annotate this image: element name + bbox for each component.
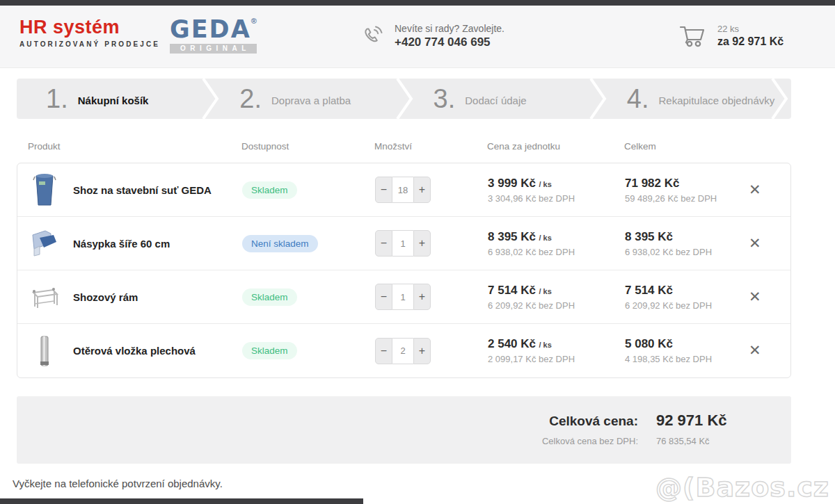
total-price-value: 92 971 Kč — [656, 412, 738, 430]
bottom-dark-strip — [0, 498, 363, 504]
step-nakupni-kosik[interactable]: 1. Nákupní košík — [17, 79, 210, 119]
remove-item-icon[interactable]: ✕ — [749, 290, 761, 304]
cart-table: Produkt Dostupnost Množství Cena za jedn… — [17, 141, 791, 378]
step-dodaci-udaje[interactable]: 3. Dodací údaje — [404, 79, 598, 119]
row-total: 7 514 Kč — [625, 284, 749, 298]
phone-help-text: Nevíte si rady? Zavolejte. — [395, 23, 504, 34]
row-total-novat: 4 198,35 Kč bez DPH — [625, 354, 749, 364]
row-total-novat: 6 209,92 Kč bez DPH — [625, 300, 749, 311]
increase-quantity-button[interactable]: + — [413, 177, 431, 203]
chevron-right-icon — [589, 79, 607, 119]
increase-quantity-button[interactable]: + — [413, 284, 431, 310]
phone-icon — [360, 24, 385, 49]
total-price-cell: 7 514 Kč 6 209,92 Kč bez DPH — [625, 284, 749, 311]
chevron-right-icon — [395, 79, 413, 119]
chevron-right-icon — [201, 79, 219, 119]
product-image-vlozka — [29, 332, 61, 371]
decrease-quantity-button[interactable]: − — [375, 284, 392, 310]
unit-price-cell: 8 395 Kč / ks 6 938,02 Kč bez DPH — [488, 230, 625, 257]
step-number: 1. — [46, 79, 68, 119]
quantity-input[interactable] — [392, 230, 413, 257]
status-badge: Skladem — [242, 181, 297, 199]
column-header-produkt: Produkt — [28, 141, 241, 152]
unit-price-novat: 6 938,02 Kč bez DPH — [488, 247, 625, 257]
step-label: Dodací údaje — [465, 95, 526, 106]
step-number: 3. — [434, 79, 456, 119]
availability-cell: Není skladem — [242, 235, 375, 252]
product-name[interactable]: Shoz na stavební suť GEDA — [73, 184, 212, 196]
logo-subtitle: AUTORIZOVANÝ PRODEJCE — [19, 40, 160, 48]
phone-contact: Nevíte si rady? Zavolejte. +420 774 046 … — [360, 23, 504, 49]
quantity-cell: − + — [375, 177, 488, 203]
row-total: 71 982 Kč — [625, 177, 749, 190]
step-label: Rekapitulace objednávky — [658, 95, 774, 106]
checkout-steps-bar: 1. Nákupní košík 2. Doprava a platba 3. … — [17, 79, 791, 119]
cart-total-price: za 92 971 Kč — [717, 35, 784, 48]
remove-cell: ✕ — [749, 290, 790, 304]
top-dark-strip — [0, 0, 835, 6]
remove-item-icon[interactable]: ✕ — [749, 236, 761, 251]
product-name[interactable]: Shozový rám — [73, 291, 138, 303]
decrease-quantity-button[interactable]: − — [375, 230, 392, 257]
product-name[interactable]: Násypka šíře 60 cm — [73, 238, 170, 250]
per-unit-suffix: / ks — [539, 341, 551, 349]
unit-price: 3 999 Kč — [488, 177, 536, 190]
original-banner: ORIGINAL — [170, 44, 257, 54]
quantity-input[interactable] — [392, 338, 413, 364]
site-logo[interactable]: HR systém AUTORIZOVANÝ PRODEJCE GEDA® OR… — [19, 17, 257, 54]
table-row: Shoz na stavební suť GEDA Skladem − + 3 … — [17, 163, 790, 217]
unit-price-cell: 3 999 Kč / ks 3 304,96 Kč bez DPH — [488, 177, 625, 204]
step-rekapitulace-objednavky[interactable]: 4. Rekapitulace objednávky — [598, 79, 791, 119]
column-header-dostupnost: Dostupnost — [241, 141, 374, 152]
availability-cell: Skladem — [242, 181, 375, 199]
quantity-input[interactable] — [392, 284, 413, 310]
quantity-input[interactable] — [392, 177, 413, 203]
column-header-mnozstvi: Množství — [374, 141, 487, 152]
cart-table-header: Produkt Dostupnost Množství Cena za jedn… — [17, 141, 791, 152]
product-name[interactable]: Otěrová vložka plechová — [73, 345, 196, 357]
phone-text-block: Nevíte si rady? Zavolejte. +420 774 046 … — [395, 23, 504, 49]
cart-icon — [678, 22, 708, 49]
phone-number: +420 774 046 695 — [395, 35, 504, 49]
decrease-quantity-button[interactable]: − — [375, 338, 392, 364]
unit-price-cell: 7 514 Kč / ks 6 209,92 Kč bez DPH — [488, 284, 625, 311]
step-number: 4. — [627, 79, 649, 119]
per-unit-suffix: / ks — [539, 234, 551, 242]
row-total-novat: 6 938,02 Kč bez DPH — [625, 247, 749, 257]
unit-price: 7 514 Kč — [488, 284, 536, 297]
table-row: Násypka šíře 60 cm Není skladem − + 8 39… — [17, 217, 790, 270]
cart-widget[interactable]: 22 ks za 92 971 Kč — [678, 22, 784, 49]
unit-price-novat: 2 099,17 Kč bez DPH — [488, 354, 625, 364]
product-cell: Násypka šíře 60 cm — [29, 224, 242, 263]
logo-brand-block: GEDA® ORIGINAL — [170, 17, 257, 54]
cart-item-count: 22 ks — [717, 24, 784, 34]
row-total: 8 395 Kč — [625, 230, 749, 244]
geda-brand-text: GEDA — [170, 15, 251, 43]
product-image-shoz — [29, 170, 61, 209]
decrease-quantity-button[interactable]: − — [375, 177, 392, 203]
total-novat-label: Celková cena bez DPH: — [542, 436, 638, 446]
cart-text-block: 22 ks za 92 971 Kč — [717, 24, 784, 48]
total-novat-value: 76 835,54 Kč — [656, 436, 738, 446]
product-cell: Shozový rám — [29, 277, 242, 316]
quantity-stepper: − + — [375, 230, 431, 257]
unit-price-cell: 2 540 Kč / ks 2 099,17 Kč bez DPH — [488, 337, 625, 364]
unit-price-novat: 6 209,92 Kč bez DPH — [488, 300, 625, 311]
row-total: 5 080 Kč — [625, 337, 749, 351]
remove-item-icon[interactable]: ✕ — [749, 183, 761, 197]
step-doprava-a-platba[interactable]: 2. Doprava a platba — [210, 79, 404, 119]
product-image-ram — [29, 277, 61, 316]
quantity-cell: − + — [375, 230, 488, 257]
product-cell: Otěrová vložka plechová — [29, 332, 242, 371]
increase-quantity-button[interactable]: + — [413, 230, 431, 257]
availability-cell: Skladem — [242, 288, 375, 306]
remove-item-icon[interactable]: ✕ — [749, 343, 761, 358]
remove-cell: ✕ — [749, 343, 790, 358]
total-price-cell: 5 080 Kč 4 198,35 Kč bez DPH — [625, 337, 749, 364]
column-header-cena-za-jednotku: Cena za jednotku — [487, 141, 624, 152]
site-header: HR systém AUTORIZOVANÝ PRODEJCE GEDA® OR… — [0, 6, 835, 68]
step-number: 2. — [239, 79, 262, 119]
increase-quantity-button[interactable]: + — [413, 338, 431, 364]
per-unit-suffix: / ks — [539, 287, 551, 295]
quantity-cell: − + — [375, 338, 488, 364]
